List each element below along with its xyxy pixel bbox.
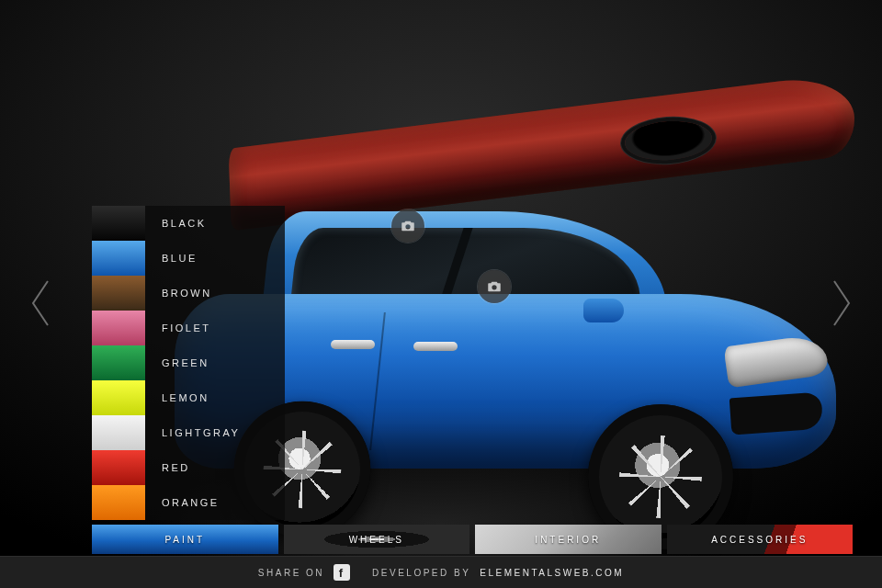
camera-icon [400, 218, 416, 234]
color-label: BLACK [145, 206, 285, 241]
color-option-blue[interactable]: BLUE [92, 241, 285, 276]
tab-accessories[interactable]: ACCESSORIES [667, 525, 854, 554]
color-option-orange[interactable]: ORANGE [92, 485, 285, 520]
tab-label: INTERIOR [535, 535, 601, 545]
chevron-left-icon [26, 277, 53, 329]
camera-icon [486, 278, 503, 295]
color-label: GREEN [145, 345, 285, 380]
configurator-tab-strip: PAINT WHEELS INTERIOR ACCESSORIES [92, 525, 853, 554]
paint-color-panel: BLACKBLUEBROWNFIOLETGREENLEMONLIGHTGRAYR… [92, 206, 285, 520]
color-swatch [92, 450, 145, 485]
color-swatch [92, 311, 145, 345]
chevron-right-icon [829, 277, 856, 329]
color-option-green[interactable]: GREEN [92, 345, 285, 380]
developer-link[interactable]: ELEMENTALSWEB.COM [480, 568, 624, 578]
tab-paint[interactable]: PAINT [92, 525, 278, 554]
color-label: LIGHTGRAY [145, 415, 285, 450]
share-label: SHARE ON [258, 568, 324, 578]
tab-label: WHEELS [349, 535, 404, 545]
color-option-lightgray[interactable]: LIGHTGRAY [92, 415, 285, 450]
prev-view-button[interactable] [24, 276, 55, 331]
color-swatch [92, 241, 145, 276]
color-swatch [92, 276, 145, 311]
color-label: BLUE [145, 241, 285, 276]
color-swatch [92, 380, 145, 415]
color-label: ORANGE [145, 485, 285, 520]
kayak-accessory [230, 110, 854, 193]
color-label: LEMON [145, 380, 285, 415]
developed-by-label: DEVELOPED BY [372, 568, 470, 578]
tab-wheels[interactable]: WHEELS [284, 525, 470, 554]
color-label: RED [145, 450, 285, 485]
facebook-share-button[interactable]: f [334, 564, 350, 581]
tab-label: PAINT [164, 535, 205, 545]
color-option-fiolet[interactable]: FIOLET [92, 311, 285, 345]
color-swatch [92, 485, 145, 520]
color-swatch [92, 415, 145, 450]
color-label: FIOLET [145, 311, 285, 345]
color-option-brown[interactable]: BROWN [92, 276, 285, 311]
camera-hotspot-1[interactable] [391, 209, 424, 243]
color-option-red[interactable]: RED [92, 450, 285, 485]
footer-bar: SHARE ON f DEVELOPED BY ELEMENTALSWEB.CO… [0, 556, 882, 588]
color-swatch [92, 345, 145, 380]
tab-interior[interactable]: INTERIOR [475, 525, 662, 554]
color-option-lemon[interactable]: LEMON [92, 380, 285, 415]
color-label: BROWN [145, 276, 285, 311]
tab-label: ACCESSORIES [711, 535, 808, 545]
next-view-button[interactable] [827, 276, 858, 331]
camera-hotspot-2[interactable] [478, 270, 511, 303]
color-swatch [92, 206, 145, 241]
color-option-black[interactable]: BLACK [92, 206, 285, 241]
